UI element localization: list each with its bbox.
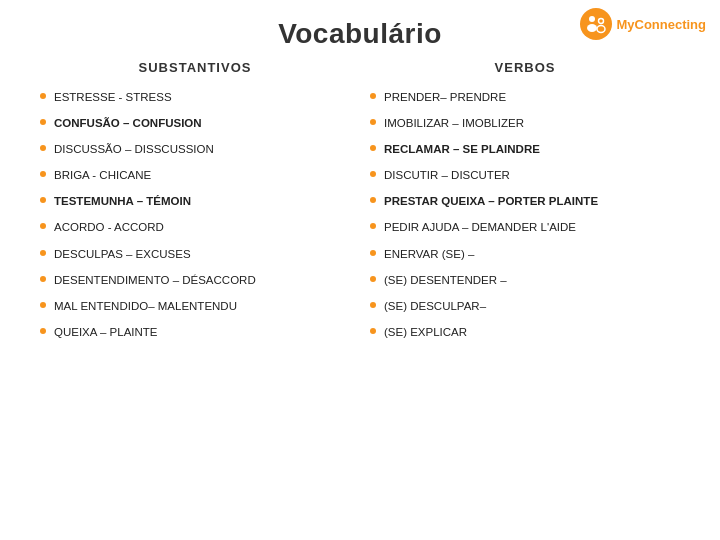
vocab-item-text: QUEIXA – PLAINTE (54, 324, 158, 340)
substantivos-list: ESTRESSE - STRESSCONFUSÃO – CONFUSIONDIS… (40, 89, 350, 340)
vocab-item-text: DESCULPAS – EXCUSES (54, 246, 191, 262)
vocab-item-text: DISCUSSÃO – DISSCUSSION (54, 141, 214, 157)
main-content: SUBSTANTIVOS ESTRESSE - STRESSCONFUSÃO –… (0, 60, 720, 350)
bullet-icon (40, 250, 46, 256)
bullet-icon (370, 93, 376, 99)
bullet-icon (370, 250, 376, 256)
svg-point-0 (580, 8, 612, 40)
verbos-column: VERBOS PRENDER– PRENDREIMOBILIZAR – IMOB… (360, 60, 690, 350)
logo-prefix: My (616, 17, 634, 32)
vocab-item-text: PRENDER– PRENDRE (384, 89, 506, 105)
bullet-icon (40, 276, 46, 282)
bullet-icon (370, 223, 376, 229)
vocab-item-text: DISCUTIR – DISCUTER (384, 167, 510, 183)
list-item: CONFUSÃO – CONFUSION (40, 115, 350, 131)
logo-brand: Connecting (635, 17, 707, 32)
vocab-item-text: CONFUSÃO – CONFUSION (54, 115, 202, 131)
bullet-icon (370, 328, 376, 334)
bullet-icon (40, 223, 46, 229)
list-item: ENERVAR (SE) – (370, 246, 680, 262)
list-item: BRIGA - CHICANE (40, 167, 350, 183)
list-item: (SE) DESENTENDER – (370, 272, 680, 288)
bullet-icon (40, 302, 46, 308)
vocab-item-text: DESENTENDIMENTO – DÉSACCORD (54, 272, 256, 288)
bullet-icon (40, 197, 46, 203)
logo-text: MyConnecting (616, 17, 706, 32)
list-item: (SE) EXPLICAR (370, 324, 680, 340)
list-item: (SE) DESCULPAR– (370, 298, 680, 314)
svg-point-4 (597, 26, 605, 33)
bullet-icon (40, 328, 46, 334)
list-item: QUEIXA – PLAINTE (40, 324, 350, 340)
vocab-item-text: ESTRESSE - STRESS (54, 89, 172, 105)
list-item: DESENTENDIMENTO – DÉSACCORD (40, 272, 350, 288)
vocab-item-text: ENERVAR (SE) – (384, 246, 474, 262)
list-item: ESTRESSE - STRESS (40, 89, 350, 105)
svg-point-2 (587, 24, 597, 32)
bullet-icon (370, 119, 376, 125)
vocab-item-text: PRESTAR QUEIXA – PORTER PLAINTE (384, 193, 598, 209)
vocab-item-text: BRIGA - CHICANE (54, 167, 151, 183)
svg-point-1 (589, 16, 595, 22)
bullet-icon (370, 302, 376, 308)
logo-icon (580, 8, 612, 40)
list-item: MAL ENTENDIDO– MALENTENDU (40, 298, 350, 314)
bullet-icon (370, 171, 376, 177)
vocab-item-text: RECLAMAR – SE PLAINDRE (384, 141, 540, 157)
list-item: PRENDER– PRENDRE (370, 89, 680, 105)
list-item: DISCUTIR – DISCUTER (370, 167, 680, 183)
bullet-icon (40, 145, 46, 151)
substantivos-header: SUBSTANTIVOS (40, 60, 350, 75)
svg-point-3 (599, 19, 604, 24)
vocab-item-text: TESTEMUNHA – TÉMOIN (54, 193, 191, 209)
list-item: TESTEMUNHA – TÉMOIN (40, 193, 350, 209)
vocab-item-text: ACORDO - ACCORD (54, 219, 164, 235)
vocab-item-text: IMOBILIZAR – IMOBLIZER (384, 115, 524, 131)
list-item: ACORDO - ACCORD (40, 219, 350, 235)
bullet-icon (40, 93, 46, 99)
bullet-icon (40, 119, 46, 125)
vocab-item-text: (SE) EXPLICAR (384, 324, 467, 340)
verbos-header: VERBOS (370, 60, 680, 75)
vocab-item-text: (SE) DESCULPAR– (384, 298, 486, 314)
vocab-item-text: PEDIR AJUDA – DEMANDER L'AIDE (384, 219, 576, 235)
bullet-icon (370, 145, 376, 151)
list-item: PEDIR AJUDA – DEMANDER L'AIDE (370, 219, 680, 235)
list-item: IMOBILIZAR – IMOBLIZER (370, 115, 680, 131)
verbos-list: PRENDER– PRENDREIMOBILIZAR – IMOBLIZERRE… (370, 89, 680, 340)
vocab-item-text: (SE) DESENTENDER – (384, 272, 507, 288)
list-item: DISCUSSÃO – DISSCUSSION (40, 141, 350, 157)
list-item: PRESTAR QUEIXA – PORTER PLAINTE (370, 193, 680, 209)
bullet-icon (40, 171, 46, 177)
bullet-icon (370, 197, 376, 203)
logo-area: MyConnecting (580, 8, 706, 40)
list-item: RECLAMAR – SE PLAINDRE (370, 141, 680, 157)
vocab-item-text: MAL ENTENDIDO– MALENTENDU (54, 298, 237, 314)
bullet-icon (370, 276, 376, 282)
list-item: DESCULPAS – EXCUSES (40, 246, 350, 262)
substantivos-column: SUBSTANTIVOS ESTRESSE - STRESSCONFUSÃO –… (30, 60, 360, 350)
